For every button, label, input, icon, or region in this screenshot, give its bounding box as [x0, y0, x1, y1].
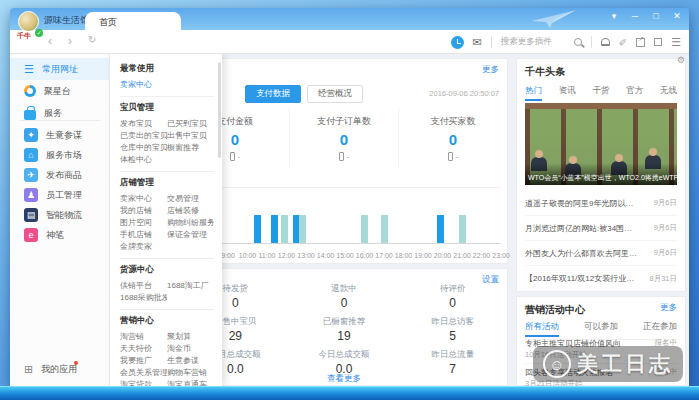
flyout-link[interactable]: 生意参谋: [167, 355, 214, 367]
sidebar-item-2[interactable]: 聚星台: [10, 80, 110, 102]
dashboard-more-link[interactable]: 更多: [482, 64, 499, 76]
flyout-scrollbar[interactable]: [218, 62, 221, 158]
news-item[interactable]: 【2016年双11/双12女装行业卖家峰会】火...8月31日: [525, 266, 677, 291]
flyout-link[interactable]: 会员关系管理: [120, 367, 167, 379]
featured-news-image[interactable]: WTO会员“小蓝本”横空出世，WTO2.0将携eWTP驾临: [525, 103, 677, 185]
plugin-search-input[interactable]: 搜索更多插件: [501, 36, 565, 48]
tab-home[interactable]: 首页: [85, 12, 181, 30]
stat-cell[interactable]: 已橱窗推荐19: [290, 316, 399, 343]
stat-cell[interactable]: 昨日总访客5: [398, 316, 507, 343]
headlines-tab-资讯[interactable]: 资讯: [559, 85, 576, 100]
flyout-link[interactable]: 交易管理: [167, 193, 214, 205]
sidebar-item-5[interactable]: ⌂服务市场: [10, 144, 110, 166]
stat-cell[interactable]: 退款中0: [290, 283, 399, 310]
flyout-link[interactable]: 店铺装修: [167, 205, 214, 217]
desktop-taskbar[interactable]: [0, 386, 699, 400]
back-icon[interactable]: ‹: [48, 34, 52, 48]
clock-icon[interactable]: [451, 36, 464, 49]
flyout-link[interactable]: 购物车营销: [167, 367, 214, 379]
stat-cell[interactable]: 昨日总流量7: [398, 349, 507, 376]
news-item[interactable]: 月浏览过两亿的网站:被34国明令禁止收看9月6日: [525, 216, 677, 241]
flyout-link[interactable]: 供销平台: [120, 280, 167, 292]
activities-tab-可以参加[interactable]: 可以参加: [584, 321, 618, 336]
activities-more-link[interactable]: 更多: [660, 302, 677, 314]
sidebar-item-7[interactable]: ♟员工管理: [10, 184, 110, 206]
shop-tab[interactable]: 源味生活馆: [44, 14, 89, 27]
search-icon[interactable]: [574, 38, 582, 46]
flyout-link[interactable]: 1688淘工厂: [167, 280, 214, 292]
flyout-link[interactable]: 卖家中心: [120, 193, 167, 205]
flyout-link[interactable]: 已卖出的宝贝: [120, 130, 167, 142]
chart-bar-yesterday[interactable]: [281, 215, 288, 243]
chart-bar-yesterday[interactable]: [381, 215, 388, 243]
flyout-row: 淘营销聚划算: [120, 331, 214, 343]
news-list: 逍遥子敬畏的阿里9年光阴以及下一个9年9月6日月浏览过两亿的网站:被34国明令禁…: [525, 191, 677, 291]
headlines-tab-官方[interactable]: 官方: [626, 85, 643, 100]
sidebar-item-my-apps[interactable]: ⊞我的应用: [10, 363, 110, 376]
sidebar-item-8[interactable]: ▤智能物流: [10, 204, 110, 226]
flyout-link[interactable]: 我的店铺: [120, 205, 167, 217]
close-icon[interactable]: ✕: [671, 11, 683, 21]
flyout-link[interactable]: 淘金币: [167, 343, 214, 355]
chart-bar-today[interactable]: [437, 215, 444, 243]
headlines-tab-无线[interactable]: 无线: [660, 85, 677, 100]
envelope-icon[interactable]: ✉: [473, 36, 482, 49]
flyout-link[interactable]: [167, 241, 214, 253]
flyout-link[interactable]: 聚划算: [167, 331, 214, 343]
sidebar-item-4[interactable]: ✦生意参谋: [10, 124, 110, 146]
activities-tab-所有活动[interactable]: 所有活动: [525, 321, 559, 336]
menu-icon[interactable]: ☰: [671, 36, 681, 49]
copy-icon[interactable]: [654, 38, 662, 46]
stats-row-1: 待发货0退款中0待评价0: [181, 283, 507, 310]
stat-cell[interactable]: 今日总成交额0.0: [290, 349, 399, 376]
flyout-link[interactable]: 发布宝贝: [120, 118, 167, 130]
flyout-link[interactable]: 1688采购批发: [120, 292, 167, 304]
chart-bar-yesterday[interactable]: [459, 215, 466, 243]
flyout-link[interactable]: 卖家中心: [120, 79, 214, 91]
flyout-link[interactable]: 金牌卖家: [120, 241, 167, 253]
news-item[interactable]: 外国友人为什么都喜欢去阿里巴巴?9月6日: [525, 241, 677, 266]
flyout-link[interactable]: 淘营销: [120, 331, 167, 343]
flyout-link[interactable]: 橱窗推荐: [167, 142, 214, 154]
flyout-link[interactable]: 天天特价: [120, 343, 167, 355]
minimize-icon[interactable]: ─: [629, 11, 641, 21]
headlines-tab-干货[interactable]: 干货: [593, 85, 610, 100]
flyout-link[interactable]: 体检中心: [120, 154, 167, 166]
x-axis-label: 19:00: [414, 252, 432, 259]
news-item[interactable]: 逍遥子敬畏的阿里9年光阴以及下一个9年9月6日: [525, 191, 677, 216]
stats-see-more-link[interactable]: 查看更多: [181, 373, 507, 385]
sidebar-item-9[interactable]: e神笔: [10, 224, 110, 246]
headlines-tab-热门[interactable]: 热门: [525, 85, 542, 100]
flyout-link[interactable]: 已买到宝贝: [167, 118, 214, 130]
activities-tab-正在参加[interactable]: 正在参加: [643, 321, 677, 336]
flyout-link[interactable]: 购物纠纷服务: [167, 217, 214, 229]
headlines-card: 千牛头条 热门资讯干货官方无线 WTO会员“小蓝本”横空出世，WTO2.0将携e…: [516, 58, 686, 292]
flyout-link[interactable]: 手机店铺: [120, 229, 167, 241]
flyout-link[interactable]: 我要推广: [120, 355, 167, 367]
tab-overview[interactable]: 经营概况: [307, 85, 363, 103]
chart-bar-yesterday[interactable]: [361, 215, 368, 243]
stat-cell[interactable]: 待评价0: [398, 283, 507, 310]
refresh-icon[interactable]: ↻: [88, 34, 96, 45]
pin-icon[interactable]: ✐: [619, 37, 627, 48]
chart-bar-today[interactable]: [271, 215, 278, 243]
chart-bar-yesterday[interactable]: [299, 215, 306, 243]
flyout-link[interactable]: [167, 292, 214, 304]
open-external-icon[interactable]: [636, 38, 645, 47]
theme-icon[interactable]: ▾: [608, 11, 620, 21]
forward-icon[interactable]: ›: [68, 34, 72, 48]
sidebar-item-1[interactable]: ☰常用网址: [10, 58, 110, 80]
flyout-link[interactable]: 仓库中的宝贝: [120, 142, 167, 154]
maximize-icon[interactable]: □: [650, 11, 662, 21]
bell-icon[interactable]: [601, 38, 610, 46]
chart-bar-today[interactable]: [254, 215, 261, 243]
flyout-link[interactable]: 淘宝贷款: [120, 379, 167, 386]
flyout-link[interactable]: 保证金管理: [167, 229, 214, 241]
flyout-link[interactable]: 出售中宝贝: [167, 130, 214, 142]
flyout-link[interactable]: 淘宝直通车: [167, 379, 214, 386]
tab-payment[interactable]: 支付数据: [245, 85, 301, 103]
gear-icon[interactable]: ⚙: [677, 55, 685, 65]
flyout-link[interactable]: 图片空间: [120, 217, 167, 229]
sidebar-item-6[interactable]: ✈发布商品: [10, 164, 110, 186]
flyout-link[interactable]: [167, 154, 214, 166]
